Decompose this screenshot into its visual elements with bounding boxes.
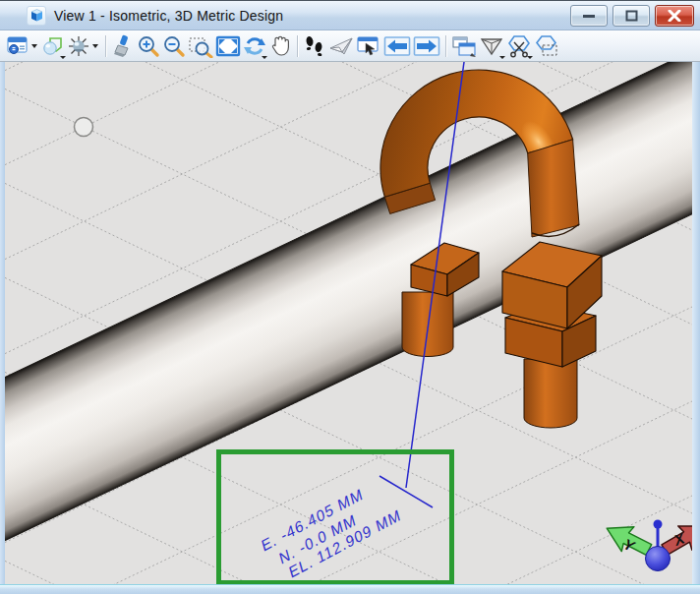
- axis-triad: Y X: [601, 514, 692, 571]
- close-button[interactable]: [655, 5, 694, 27]
- fit-view-button[interactable]: [214, 32, 242, 60]
- clip-mask-icon: [506, 34, 532, 58]
- leader-tick: [379, 476, 433, 507]
- scene: E. -46.405 MM N. -0.0 MM EL. 112.909 MM …: [5, 62, 692, 584]
- copy-view-button[interactable]: [450, 32, 478, 60]
- window-border-left[interactable]: [0, 62, 5, 584]
- navigate-view-icon: [356, 34, 381, 58]
- display-style-button[interactable]: [40, 32, 66, 60]
- view-previous-button[interactable]: [382, 32, 412, 60]
- view-attributes-button[interactable]: [5, 32, 30, 60]
- pan-view-button[interactable]: [267, 32, 293, 60]
- adjust-brightness-dropdown-icon[interactable]: [92, 44, 98, 48]
- view-previous-icon: [383, 34, 411, 58]
- walk-button[interactable]: [302, 32, 327, 60]
- view-attributes-dropdown-icon[interactable]: [31, 44, 37, 48]
- fly-button[interactable]: [327, 32, 355, 60]
- toolbar-separator: [297, 35, 298, 57]
- view-canvas[interactable]: E. -46.405 MM N. -0.0 MM EL. 112.909 MM …: [5, 62, 692, 584]
- clip-mask-button[interactable]: [505, 32, 533, 60]
- zoom-out-button[interactable]: [161, 32, 187, 60]
- update-view-button[interactable]: [110, 32, 136, 60]
- window-area-button[interactable]: [187, 32, 214, 60]
- minimize-button[interactable]: [570, 5, 608, 27]
- z-axis-tip: [654, 520, 663, 529]
- adjust-brightness-button[interactable]: [66, 32, 91, 60]
- view-next-icon: [413, 34, 440, 58]
- adjust-brightness-icon: [67, 35, 90, 57]
- navigate-view-button[interactable]: [355, 32, 382, 60]
- window-area-icon: [188, 34, 213, 58]
- window-title: View 1 - Isometric, 3D Metric Design: [54, 8, 283, 24]
- right-rod-end: [524, 359, 577, 428]
- zoom-in-button[interactable]: [136, 32, 161, 60]
- view-toolbar: [0, 30, 700, 62]
- toolbar-separator: [105, 35, 106, 57]
- view-next-button[interactable]: [412, 32, 441, 60]
- walk-icon: [304, 34, 325, 58]
- toolbar-separator: [445, 35, 446, 57]
- rotate-view-button[interactable]: [242, 32, 267, 60]
- clip-volume-button[interactable]: [478, 32, 505, 60]
- clip-volume-icon: [479, 34, 504, 58]
- window-border-bottom[interactable]: [0, 584, 700, 594]
- title-bar[interactable]: View 1 - Isometric, 3D Metric Design: [0, 1, 700, 30]
- display-style-icon: [41, 35, 65, 57]
- clip-boundary-button[interactable]: [533, 32, 560, 60]
- maximize-button[interactable]: [612, 5, 650, 27]
- view-attributes-icon: [6, 35, 29, 57]
- window-border-right[interactable]: [692, 62, 700, 584]
- zoom-in-icon: [137, 34, 160, 58]
- u-bolt-right-rod: [528, 140, 579, 237]
- z-axis-ball: [646, 547, 671, 571]
- view-cube-icon: [27, 6, 46, 26]
- view-window: View 1 - Isometric, 3D Metric Design: [0, 0, 700, 594]
- fly-icon: [328, 34, 354, 58]
- grid-reference-handle[interactable]: [75, 118, 93, 137]
- zoom-out-icon: [162, 34, 186, 58]
- update-view-icon: [111, 34, 135, 58]
- fit-view-icon: [215, 34, 241, 58]
- copy-view-icon: [451, 34, 477, 58]
- rotate-view-icon: [243, 34, 266, 58]
- pan-view-icon: [268, 34, 292, 58]
- clip-boundary-icon: [534, 34, 559, 58]
